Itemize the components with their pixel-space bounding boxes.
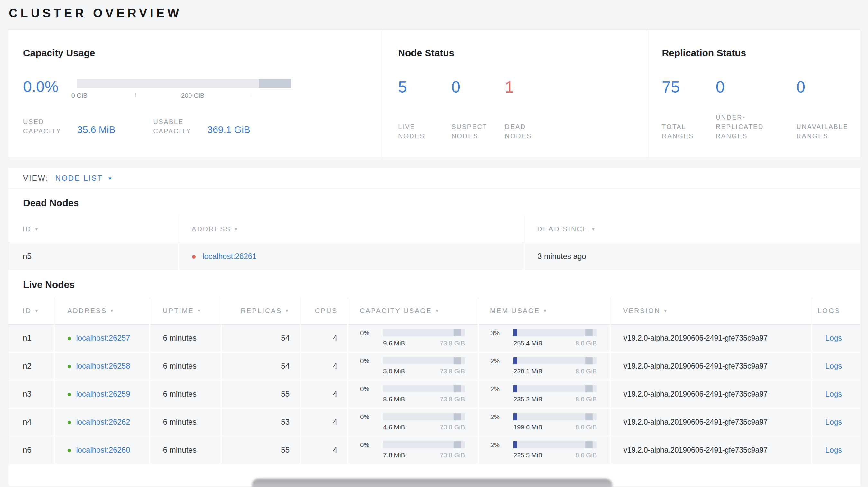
node-address-link[interactable]: localhost:26260 [76,446,130,454]
table-row: n1 localhost:26257 6 minutes 54 4 0% 9.6… [8,325,860,352]
suspect-nodes-label: SUSPECT NODES [452,122,493,141]
logs-link[interactable]: Logs [825,418,842,426]
logs-link[interactable]: Logs [825,333,842,342]
suspect-nodes-metric: 0 SUSPECT NODES [452,79,505,141]
total-ranges-count: 75 [662,79,715,95]
node-status-title: Node Status [398,47,647,59]
view-selected-value: NODE LIST [55,174,103,183]
node-live-status-icon [68,337,71,340]
node-logs-cell: Logs [812,325,860,352]
capacity-usage-bar [383,441,465,448]
usable-capacity-label: USABLE CAPACITY [153,117,207,136]
live-col-address[interactable]: ADDRESS▼ [54,297,150,325]
axis-tick [135,93,136,97]
node-uptime: 6 minutes [150,325,221,352]
capacity-bar-segment [259,79,291,88]
table-row: n4 localhost:26262 6 minutes 53 4 0% 4.6… [8,408,860,436]
node-live-status-icon [68,365,71,368]
node-cpus: 4 [301,380,348,408]
live-col-cpus[interactable]: CPUS [301,297,348,325]
node-address-link[interactable]: localhost:26258 [76,362,130,370]
axis-label: 0 GiB [71,92,88,99]
node-id: n1 [8,325,54,352]
live-col-version[interactable]: VERSION▼ [610,297,812,325]
view-selector-dropdown[interactable]: NODE LIST ▼ [55,174,113,183]
dead-col-dead-since[interactable]: DEAD SINCE▼ [524,216,860,243]
node-replicas: 53 [221,408,300,436]
node-mem-usage: 3% 255.4 MiB8.0 GiB [478,325,610,352]
node-address-cell: localhost:26257 [54,325,150,352]
node-address-link[interactable]: localhost:26257 [76,333,130,342]
node-capacity-usage: 0% 8.6 MiB73.8 GiB [348,380,478,408]
dead-col-id[interactable]: ID▼ [8,216,179,243]
dead-nodes-metric: 1 DEAD NODES [505,79,558,141]
capacity-usage-bar [383,385,465,392]
replication-status-title: Replication Status [662,47,860,59]
node-address-cell: localhost:26262 [54,408,150,436]
live-col-capacity-usage[interactable]: CAPACITY USAGE▼ [348,297,478,325]
dead-col-address[interactable]: ADDRESS▼ [179,216,524,243]
dead-nodes-table: ID▼ ADDRESS▼ DEAD SINCE▼ n5 localhost:26… [8,216,860,271]
node-logs-cell: Logs [812,408,860,436]
capacity-percent: 0.0% [23,79,77,95]
node-address-link[interactable]: localhost:26262 [76,418,130,426]
sort-arrow-icon: ▼ [110,309,115,313]
capacity-bar [77,79,291,88]
node-capacity-usage: 0% 9.6 MiB73.8 GiB [348,325,478,352]
node-replicas: 54 [221,325,300,352]
dead-nodes-count: 1 [505,79,558,95]
node-capacity-usage: 0% 7.8 MiB73.8 GiB [348,436,478,464]
mem-usage-bar [514,385,597,392]
sort-arrow-icon: ▼ [663,309,669,313]
node-version: v19.2.0-alpha.20190606-2491-gfe735c9a97 [610,408,812,436]
sort-arrow-icon: ▼ [435,309,440,313]
node-logs-cell: Logs [812,436,860,464]
node-uptime: 6 minutes [150,352,221,380]
under-replicated-ranges-metric: 0 UNDER-REPLICATED RANGES [716,79,797,141]
capacity-usage-bar [383,413,465,420]
node-replicas: 55 [221,436,300,464]
chevron-down-icon: ▼ [107,176,113,181]
live-nodes-label: LIVE NODES [398,122,440,141]
dead-nodes-label: DEAD NODES [505,122,547,141]
logs-link[interactable]: Logs [825,362,842,370]
node-address-cell: localhost:26260 [54,436,150,464]
capacity-bar-chart: 0 GiB 200 GiB [77,79,291,103]
node-id: n4 [8,408,54,436]
node-mem-usage: 2% 199.6 MiB8.0 GiB [478,408,610,436]
node-replicas: 55 [221,380,300,408]
node-live-status-icon [68,393,71,396]
live-col-uptime[interactable]: UPTIME▼ [150,297,221,325]
node-address-link[interactable]: localhost:26261 [203,252,256,261]
node-id: n6 [8,436,54,464]
node-version: v19.2.0-alpha.20190606-2491-gfe735c9a97 [610,380,812,408]
live-col-replicas[interactable]: REPLICAS▼ [221,297,300,325]
capacity-usage-bar [383,357,465,364]
replication-status-section: Replication Status 75 TOTAL RANGES 0 UND… [647,30,860,158]
capacity-usage-section: Capacity Usage 0.0% 0 GiB 200 GiB USED C… [8,30,383,158]
sort-arrow-icon: ▼ [285,309,290,313]
node-version: v19.2.0-alpha.20190606-2491-gfe735c9a97 [610,352,812,380]
dock-shadow [252,479,612,487]
total-ranges-label: TOTAL RANGES [662,122,704,141]
logs-link[interactable]: Logs [825,446,842,454]
node-version: v19.2.0-alpha.20190606-2491-gfe735c9a97 [610,325,812,352]
node-address-link[interactable]: localhost:26259 [76,390,130,398]
suspect-nodes-count: 0 [452,79,505,95]
node-logs-cell: Logs [812,352,860,380]
usable-capacity-value: 369.1 GiB [207,124,250,136]
live-col-mem-usage[interactable]: MEM USAGE▼ [478,297,610,325]
live-col-id[interactable]: ID▼ [8,297,54,325]
node-list-panel: VIEW: NODE LIST ▼ Dead Nodes ID▼ ADDRESS… [8,168,860,486]
capacity-axis: 0 GiB 200 GiB [77,91,291,103]
node-live-status-icon [68,421,71,424]
live-nodes-heading: Live Nodes [8,271,860,297]
page-title: CLUSTER OVERVIEW [9,6,868,20]
view-label: VIEW: [23,174,49,183]
dead-node-row: n5 localhost:26261 3 minutes ago [8,243,860,270]
used-capacity-stat: USED CAPACITY 35.6 MiB [23,117,115,136]
view-bar: VIEW: NODE LIST ▼ [8,168,860,189]
logs-link[interactable]: Logs [825,390,842,398]
node-logs-cell: Logs [812,380,860,408]
dead-nodes-heading: Dead Nodes [8,189,860,216]
